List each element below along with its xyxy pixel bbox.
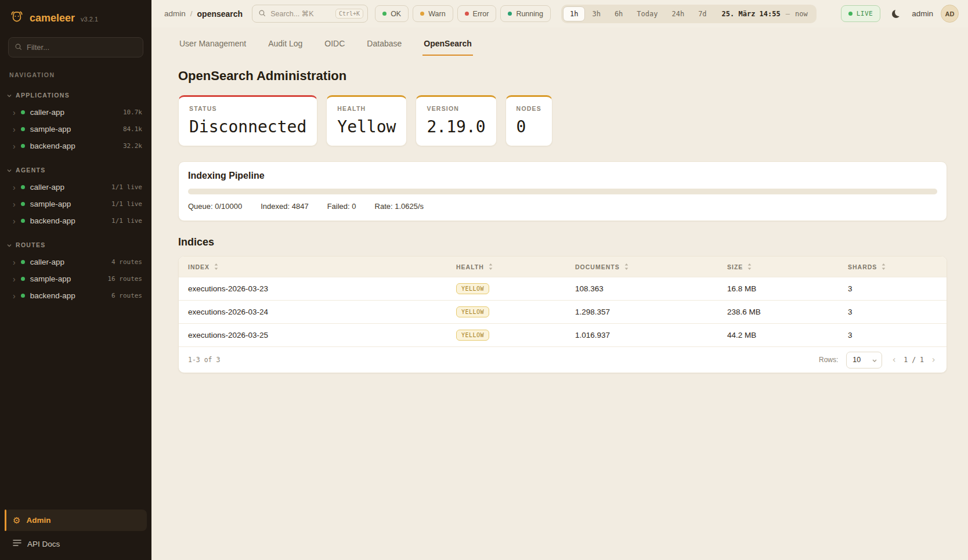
content: User Management Audit Log OIDC Database … xyxy=(151,27,968,560)
pipeline-title: Indexing Pipeline xyxy=(188,171,937,181)
status-dot xyxy=(21,144,25,148)
previous-page-button[interactable]: ‹ xyxy=(890,355,898,365)
tab-opensearch[interactable]: OpenSearch xyxy=(422,33,472,56)
item-badge: 32.2k xyxy=(123,142,142,150)
section-header-agents[interactable]: AGENTS xyxy=(0,163,151,179)
shards-count: 3 xyxy=(848,331,853,339)
breadcrumb-admin[interactable]: admin xyxy=(164,9,186,18)
filter-label: Error xyxy=(473,10,489,18)
tab-database[interactable]: Database xyxy=(366,33,403,56)
item-label: caller-app xyxy=(30,183,64,192)
item-label: caller-app xyxy=(30,108,64,117)
table-row[interactable]: executions-2026-03-24 YELLOW 1.298.357 2… xyxy=(179,300,947,323)
sidebar: cameleer v3.2.1 NAVIGATION APPLICATIONS … xyxy=(0,0,151,560)
time-range-control: 1h 3h 6h Today 24h 7d 25. März 14:55 — n… xyxy=(561,5,817,23)
section-header-routes[interactable]: ROUTES xyxy=(0,238,151,254)
time-range-24h[interactable]: 24h xyxy=(664,6,691,21)
tab-audit-log[interactable]: Audit Log xyxy=(267,33,304,56)
chevron-right-icon: › xyxy=(13,275,16,283)
global-search-input[interactable] xyxy=(270,10,331,18)
section-header-applications[interactable]: APPLICATIONS xyxy=(0,88,151,104)
chevron-right-icon: › xyxy=(13,292,16,300)
gear-icon: ⚙ xyxy=(13,516,20,525)
chevron-right-icon: › xyxy=(13,109,16,117)
pipeline-rate: Rate: 1.0625/s xyxy=(375,202,424,211)
breadcrumb: admin / opensearch xyxy=(164,9,243,19)
table-row[interactable]: executions-2026-03-23 YELLOW 108.363 16.… xyxy=(179,277,947,300)
filter-running[interactable]: Running xyxy=(500,5,551,22)
filter-label: Running xyxy=(516,10,543,18)
rows-per-page-select[interactable]: 10 xyxy=(846,352,882,368)
column-header-health[interactable]: HEALTH xyxy=(456,263,575,270)
column-label: INDEX xyxy=(188,263,210,270)
time-range-7d[interactable]: 7d xyxy=(691,6,713,21)
chevron-right-icon: › xyxy=(13,258,16,266)
time-range-display[interactable]: 25. März 14:55 — now xyxy=(714,10,815,18)
sidebar-item-sample-app-agent[interactable]: › sample-app 1/1 live xyxy=(0,196,151,212)
ok-dot xyxy=(382,12,387,16)
sidebar-item-backend-app-agent[interactable]: › backend-app 1/1 live xyxy=(0,212,151,229)
time-range-6h[interactable]: 6h xyxy=(608,6,630,21)
index-name: executions-2026-03-24 xyxy=(188,308,268,316)
item-badge: 1/1 live xyxy=(111,183,142,191)
filter-label: Warn xyxy=(428,10,445,18)
sidebar-section-applications: APPLICATIONS › caller-app 10.7k › sample… xyxy=(0,88,151,154)
live-toggle[interactable]: LIVE xyxy=(841,5,881,22)
topbar: admin / opensearch Ctrl+K OK xyxy=(151,0,968,27)
moon-icon xyxy=(892,10,900,18)
item-label: sample-app xyxy=(30,200,71,208)
sidebar-item-caller-app-routes[interactable]: › caller-app 4 routes xyxy=(0,254,151,270)
column-header-documents[interactable]: DOCUMENTS xyxy=(575,263,727,270)
search-shortcut-kbd: Ctrl+K xyxy=(335,9,363,19)
status-dot xyxy=(21,185,25,189)
table-row[interactable]: executions-2026-03-25 YELLOW 1.016.937 4… xyxy=(179,323,947,346)
item-badge: 1/1 live xyxy=(111,217,142,225)
time-range-today[interactable]: Today xyxy=(630,6,664,21)
app-logo[interactable]: cameleer v3.2.1 xyxy=(0,0,151,34)
app-version: v3.2.1 xyxy=(81,16,98,23)
time-range-3h[interactable]: 3h xyxy=(585,6,607,21)
item-badge: 6 routes xyxy=(111,292,142,299)
stat-label: NODES xyxy=(516,105,541,112)
sort-icon xyxy=(624,263,629,270)
dark-mode-toggle[interactable] xyxy=(888,6,904,22)
column-header-index[interactable]: INDEX xyxy=(179,263,456,270)
section-label: AGENTS xyxy=(16,167,46,174)
next-page-button[interactable]: › xyxy=(930,355,937,365)
sidebar-item-backend-app[interactable]: › backend-app 32.2k xyxy=(0,138,151,154)
avatar[interactable]: AD xyxy=(941,5,959,23)
status-dot xyxy=(21,110,25,114)
tab-oidc[interactable]: OIDC xyxy=(323,33,346,56)
avatar-initials: AD xyxy=(945,10,955,17)
chevron-down-icon xyxy=(7,165,12,175)
sidebar-item-caller-app-agent[interactable]: › caller-app 1/1 live xyxy=(0,179,151,196)
sort-icon xyxy=(489,263,493,270)
filter-error[interactable]: Error xyxy=(457,5,497,22)
column-header-shards[interactable]: SHARDS xyxy=(848,263,947,270)
item-badge: 16 routes xyxy=(107,275,142,283)
sidebar-item-backend-app-routes[interactable]: › backend-app 6 routes xyxy=(0,287,151,304)
stat-label: HEALTH xyxy=(337,105,396,112)
sidebar-item-sample-app[interactable]: › sample-app 84.1k xyxy=(0,121,151,138)
sidebar-item-api-docs[interactable]: API Docs xyxy=(5,533,147,554)
index-name: executions-2026-03-23 xyxy=(188,284,268,293)
sidebar-item-caller-app[interactable]: › caller-app 10.7k xyxy=(0,104,151,121)
documents-count: 108.363 xyxy=(575,284,604,293)
sidebar-item-sample-app-routes[interactable]: › sample-app 16 routes xyxy=(0,270,151,287)
sidebar-filter-input[interactable] xyxy=(27,43,137,52)
cameleer-logo-icon xyxy=(9,9,24,27)
time-range-1h[interactable]: 1h xyxy=(563,6,585,21)
filter-ok[interactable]: OK xyxy=(375,5,409,22)
tab-user-management[interactable]: User Management xyxy=(178,33,247,56)
item-label: backend-app xyxy=(30,216,75,225)
column-header-size[interactable]: SIZE xyxy=(727,263,848,270)
filter-warn[interactable]: Warn xyxy=(413,5,453,22)
sidebar-item-admin[interactable]: ⚙ Admin xyxy=(5,510,147,531)
shards-count: 3 xyxy=(848,308,853,316)
item-badge: 84.1k xyxy=(123,125,142,133)
item-badge: 4 routes xyxy=(111,258,142,266)
documents-count: 1.016.937 xyxy=(575,331,610,339)
chevron-down-icon xyxy=(872,356,877,364)
sidebar-filter xyxy=(8,37,143,57)
stat-card-nodes: NODES 0 xyxy=(505,95,552,146)
